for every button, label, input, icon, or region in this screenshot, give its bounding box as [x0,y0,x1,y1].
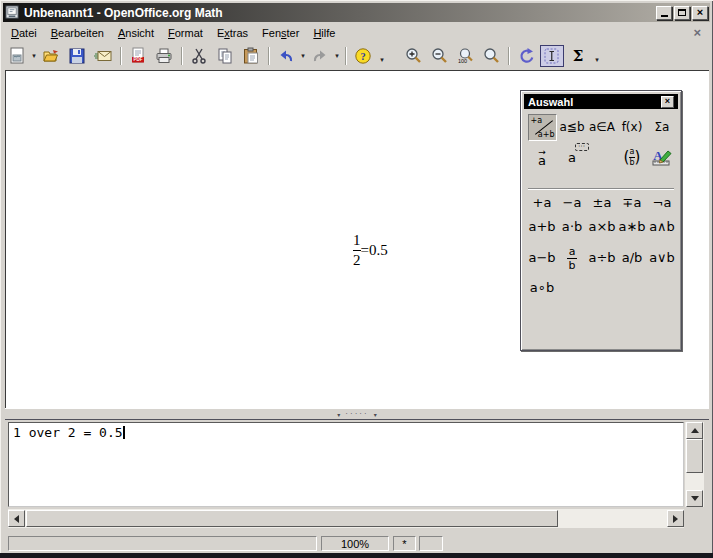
copy-button[interactable] [213,45,237,67]
zoom-in-button[interactable] [401,45,425,67]
command-input[interactable]: 1 over 2 = 0.5 [8,422,684,507]
unary-binary-operators-icon: +a a+b [530,116,555,139]
menu-item-format[interactable]: Format [161,25,210,41]
category-relations[interactable]: a≦b [558,114,587,141]
status-zoom-field[interactable]: 100% [321,536,389,551]
close-button[interactable]: × [692,6,708,20]
brackets-icon: ( a b ) [624,148,641,167]
symbol-cell[interactable]: a/b [622,250,643,265]
horizontal-scroll-thumb[interactable] [26,510,558,527]
email-button[interactable] [91,45,115,67]
category-set-operations[interactable]: a∈A [588,114,617,141]
category-brackets[interactable]: ( a b ) [618,144,647,171]
selection-panel-titlebar[interactable]: Auswahl × [524,94,678,109]
symbol-cell[interactable]: a∨b [649,250,675,265]
symbol-cell[interactable]: ∓a [623,195,642,210]
undo-button[interactable] [274,45,298,67]
menu-item-datei[interactable]: Datei [4,25,44,41]
zoom-100-icon: 100 [456,47,474,65]
maximize-icon [678,9,686,16]
arrow-up-icon [691,424,699,433]
horizontal-scrollbar[interactable] [8,509,684,528]
export-pdf-button[interactable]: PDF [126,45,150,67]
cut-button[interactable] [187,45,211,67]
symbol-cell[interactable]: −a [563,195,582,210]
minimize-button[interactable] [656,6,672,20]
export-pdf-icon: PDF [129,47,147,65]
view-splitter[interactable]: ▾ ····· ▾ [5,408,709,419]
menu-item-ansicht[interactable]: Ansicht [111,25,161,41]
cut-icon [190,47,208,65]
scroll-down-button[interactable] [686,490,703,507]
new-dropdown-arrow[interactable]: ▾ [30,52,38,60]
open-button[interactable] [39,45,63,67]
save-button[interactable] [65,45,89,67]
symbol-cell[interactable]: ¬a [653,195,672,210]
redo-dropdown-arrow[interactable]: ▾ [333,52,341,60]
maximize-button[interactable] [674,6,690,20]
selection-panel-close-button[interactable]: × [661,96,674,108]
splitter-grip-icon: ····· [345,412,368,416]
email-icon [94,47,112,65]
category-operators[interactable]: Σa [648,114,677,141]
formula-fraction: 1 2 [353,232,361,268]
set-operations-icon: a∈A [589,120,615,134]
symbol-cell[interactable]: a∧b [649,219,675,234]
scroll-up-button[interactable] [686,422,703,439]
status-modified-field: * [393,536,416,551]
menu-item-bearbeiten[interactable]: Bearbeiten [44,25,111,41]
status-field-main [8,536,317,551]
title-bar: Unbenannt1 - OpenOffice.org Math × [3,3,710,22]
menu-items: DateiBearbeitenAnsichtFormatExtrasFenste… [4,25,342,41]
symbol-cell[interactable]: a+b [528,219,555,234]
category-unary-binary-operators[interactable]: +a a+b [528,114,557,141]
menu-item-extras[interactable]: Extras [210,25,255,41]
symbol-cell[interactable]: ±a [593,195,612,210]
new-document-button[interactable] [5,45,29,67]
toolbar-separator [508,47,509,65]
open-icon [42,47,60,65]
help-button[interactable]: ? [351,45,375,67]
symbol-cell[interactable]: a−b [528,250,555,265]
category-attributes[interactable]: → a [528,144,557,171]
close-document-icon[interactable]: × [693,25,701,40]
toolbar: ▾ [4,43,709,69]
symbol-cell[interactable]: +a [533,195,552,210]
symbol-cell[interactable]: a∘b [530,280,554,295]
zoom-out-button[interactable] [427,45,451,67]
symbol-cell[interactable]: a⋅b [562,219,582,234]
menu-item-fenster[interactable]: Fenster [255,25,306,41]
category-formats[interactable]: A [648,144,677,171]
window-title: Unbenannt1 - OpenOffice.org Math [24,6,654,20]
symbol-cell[interactable]: a÷b [588,250,615,265]
undo-icon [277,47,295,65]
toolbar-options-arrow[interactable]: ▾ [591,45,603,67]
category-others[interactable]: a ''' [558,144,587,171]
symbol-cell[interactable]: ab [567,243,577,271]
formula-cursor-button[interactable] [540,45,564,67]
scroll-right-button[interactable] [667,510,684,527]
undo-dropdown-arrow[interactable]: ▾ [299,52,307,60]
vertical-scrollbar[interactable] [685,422,704,507]
zoom-out-icon [430,47,448,65]
menu-item-hilfe[interactable]: Hilfe [306,25,342,41]
new-document-icon [8,47,26,65]
svg-text:PDF: PDF [134,57,143,62]
scroll-left-button[interactable] [8,510,25,527]
refresh-button[interactable] [514,45,538,67]
symbol-cell[interactable]: a∗b [618,219,645,234]
redo-button[interactable] [308,45,332,67]
symbol-cell[interactable]: a×b [588,219,615,234]
zoom-100-button[interactable]: 100 [453,45,477,67]
symbol-grid: +a−a±a∓a¬aa+ba⋅ba×ba∗ba∧ba−baba÷ba/ba∨ba… [527,195,677,295]
print-button[interactable] [152,45,176,67]
category-functions[interactable]: f(x) [618,114,647,141]
operators-icon: Σa [655,120,670,134]
vertical-scroll-thumb[interactable] [686,439,703,473]
symbols-catalog-button[interactable]: Σ [566,45,590,67]
zoom-in-icon [404,47,422,65]
paste-button[interactable] [239,45,263,67]
toolbar-options-arrow[interactable]: ▾ [376,45,388,67]
redo-icon [311,47,329,65]
zoom-fit-button[interactable] [479,45,503,67]
